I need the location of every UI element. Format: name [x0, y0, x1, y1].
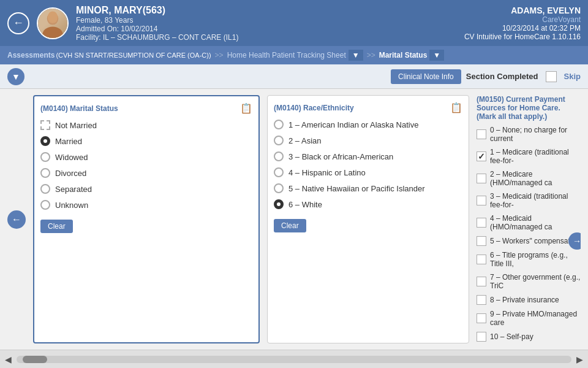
scroll-right-button[interactable]: ▶	[576, 355, 583, 364]
option-unknown[interactable]: Unknown	[40, 200, 252, 210]
clinical-note-button[interactable]: Clinical Note Info	[391, 69, 461, 84]
race-option-5[interactable]: 5 – Native Hawaiian or Pacific Islander	[274, 183, 462, 193]
nav-breadcrumb2[interactable]: Home Health Patient Tracking Sheet	[227, 51, 346, 59]
race-option-6[interactable]: 6 – White	[274, 199, 462, 209]
nav-bar: Assessments (CVH SN START/RESUMPTION OF …	[0, 46, 588, 64]
patient-name: MINOR, MARY(563)	[76, 5, 464, 16]
scroll-left-button[interactable]: ◀	[5, 355, 12, 364]
payment-item-3[interactable]: 3 – Medicaid (traditional fee-for-	[477, 192, 581, 209]
payment-cb-2[interactable]	[477, 174, 486, 183]
race-title: (M0140) Race/Ethnicity 📋	[274, 102, 462, 113]
option-widowed[interactable]: Widowed	[40, 152, 252, 162]
left-nav-area: ←	[7, 95, 26, 343]
payment-item-5[interactable]: 5 – Workers" compensatio →	[477, 236, 581, 246]
left-nav-arrow[interactable]: ←	[7, 210, 26, 229]
payment-cb-6[interactable]	[477, 255, 486, 264]
marital-copy-icon[interactable]: 📋	[240, 102, 252, 114]
race-radio-2[interactable]	[274, 136, 284, 145]
unknown-label: Unknown	[55, 201, 88, 210]
back-button[interactable]: ←	[7, 12, 29, 34]
payment-item-1[interactable]: ✓ 1 – Medicare (traditional fee-for-	[477, 148, 581, 165]
section-completed-checkbox[interactable]	[546, 71, 557, 82]
widowed-radio[interactable]	[40, 152, 50, 162]
separated-label: Separated	[55, 185, 92, 194]
payment-cb-9[interactable]	[477, 313, 486, 323]
race-label-5: 5 – Native Hawaiian or Pacific Islander	[288, 184, 425, 193]
race-label-6: 6 – White	[288, 200, 322, 209]
option-separated[interactable]: Separated	[40, 184, 252, 194]
married-label: Married	[55, 137, 82, 146]
right-nav-arrow[interactable]: →	[568, 232, 581, 250]
payment-label-2: 2 – Medicare (HMO/managed ca	[490, 170, 581, 187]
payment-cb-8[interactable]	[477, 295, 486, 305]
payment-cb-4[interactable]	[477, 218, 486, 228]
payment-item-6[interactable]: 6 – Title programs (e.g., Title III,	[477, 251, 581, 268]
nav-assessments[interactable]: Assessments	[7, 51, 55, 59]
user-name: ADAMS, EVELYN	[464, 6, 581, 15]
payment-cb-0[interactable]	[477, 129, 486, 139]
not-married-label: Not Married	[55, 121, 97, 130]
payment-item-10[interactable]: 10 – Self-pay	[477, 332, 581, 342]
race-radio-3[interactable]	[274, 151, 284, 161]
payment-label-8: 8 – Private insurance	[490, 296, 559, 304]
payment-title: (M0150) Current Payment Sources for Home…	[477, 95, 581, 121]
scrollbar-thumb[interactable]	[23, 356, 47, 363]
svg-point-1	[42, 26, 62, 38]
marital-clear-button[interactable]: Clear	[40, 220, 73, 233]
race-option-2[interactable]: 2 – Asian	[274, 136, 462, 145]
payment-item-7[interactable]: 7 – Other government (e.g., TriC	[477, 273, 581, 290]
skip-button[interactable]: Skip	[564, 72, 581, 81]
payment-label-4: 4 – Medicaid (HMO/managed ca	[490, 214, 581, 231]
race-option-1[interactable]: 1 – American Indian or Alaska Native	[274, 120, 462, 129]
payment-label-0: 0 – None; no charge for current	[490, 126, 581, 143]
payment-item-4[interactable]: 4 – Medicaid (HMO/managed ca	[477, 214, 581, 231]
marital-status-title: (M0140) Marital Status 📋	[40, 102, 252, 114]
not-married-checkbox[interactable]	[40, 120, 50, 130]
option-married[interactable]: Married	[40, 136, 252, 146]
race-radio-4[interactable]	[274, 167, 284, 177]
bottom-scrollbar: ◀ ▶	[0, 350, 588, 368]
race-copy-icon[interactable]: 📋	[450, 102, 462, 113]
race-option-4[interactable]: 4 – Hispanic or Latino	[274, 167, 462, 177]
payment-item-2[interactable]: 2 – Medicare (HMO/managed ca	[477, 170, 581, 187]
nav-assessments-sub: (CVH SN START/RESUMPTION OF CARE (OA-C))	[56, 52, 211, 59]
admitted-date: Admitted On: 10/02/2014	[76, 25, 464, 33]
payment-cb-3[interactable]	[477, 196, 486, 205]
payment-item-0[interactable]: 0 – None; no charge for current	[477, 126, 581, 143]
payment-item-9[interactable]: 9 – Private HMO/managed care	[477, 310, 581, 327]
header: ← MINOR, MARY(563) Female, 83 Years Admi…	[0, 0, 588, 46]
divorced-radio[interactable]	[40, 168, 50, 178]
unknown-radio[interactable]	[40, 200, 50, 210]
facility: Facility: IL – SCHAUMBURG – CONT CARE (I…	[76, 33, 464, 42]
nav-current: Marital Status	[379, 51, 428, 59]
payment-label-1: 1 – Medicare (traditional fee-for-	[490, 148, 581, 165]
main-content: ← (M0140) Marital Status 📋 Not Married M…	[0, 89, 588, 350]
separated-radio[interactable]	[40, 184, 50, 194]
option-not-married[interactable]: Not Married	[40, 120, 252, 130]
payment-label-7: 7 – Other government (e.g., TriC	[490, 273, 581, 290]
breadcrumb2-dropdown[interactable]: ▼	[349, 50, 363, 61]
race-radio-5[interactable]	[274, 183, 284, 193]
patient-info: MINOR, MARY(563) Female, 83 Years Admitt…	[76, 5, 464, 42]
payment-label-3: 3 – Medicaid (traditional fee-for-	[490, 192, 581, 209]
payment-cb-10[interactable]	[477, 332, 486, 342]
breadcrumb3-dropdown[interactable]: ▼	[429, 50, 444, 61]
cv-version: CV Intuitive for HomeCare 1.10.116	[464, 33, 581, 41]
avatar	[37, 7, 69, 39]
scrollbar-track[interactable]	[17, 356, 571, 363]
nav-sep2: >>	[367, 51, 375, 59]
race-option-3[interactable]: 3 – Black or African-American	[274, 151, 462, 161]
option-divorced[interactable]: Divorced	[40, 168, 252, 178]
payment-cb-5[interactable]	[477, 236, 486, 246]
race-clear-button[interactable]: Clear	[274, 219, 306, 232]
race-radio-6[interactable]	[274, 199, 284, 209]
payment-cb-1[interactable]: ✓	[477, 151, 486, 161]
toolbar-left: ▼	[7, 68, 24, 85]
race-radio-1[interactable]	[274, 120, 284, 129]
payment-item-8[interactable]: 8 – Private insurance	[477, 295, 581, 305]
married-radio[interactable]	[40, 136, 50, 146]
race-label-4: 4 – Hispanic or Latino	[288, 168, 366, 177]
dropdown-arrow[interactable]: ▼	[7, 68, 24, 85]
section-completed-label: Section Completed	[466, 72, 538, 81]
payment-cb-7[interactable]	[477, 277, 486, 286]
